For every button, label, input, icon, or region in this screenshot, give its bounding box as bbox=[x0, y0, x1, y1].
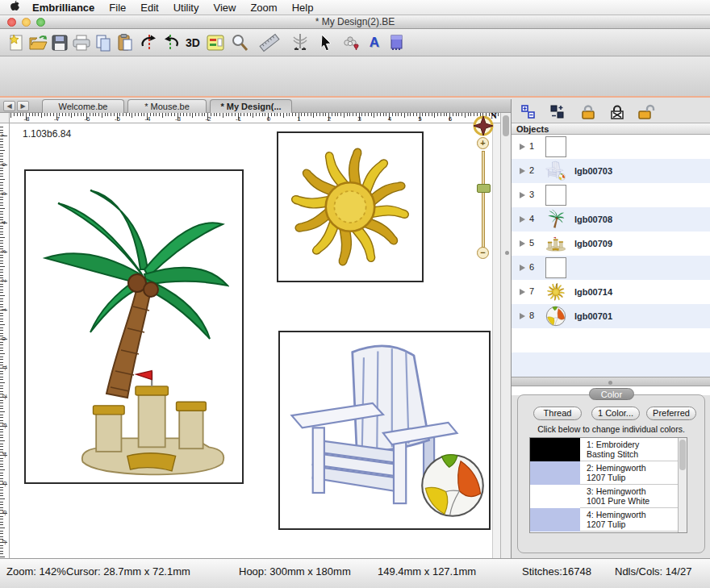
ruler-tick bbox=[0, 357, 3, 357]
menu-item-utility[interactable]: Utility bbox=[166, 2, 207, 14]
disclosure-triangle-icon[interactable] bbox=[520, 313, 525, 319]
disclosure-triangle-icon[interactable] bbox=[520, 144, 525, 150]
ruler-tick bbox=[0, 234, 3, 235]
zoom-in-button[interactable]: + bbox=[477, 137, 489, 149]
scrollbar-thumb[interactable] bbox=[503, 115, 509, 136]
object-row-4[interactable]: 4 lgb00708 bbox=[512, 207, 710, 231]
ruler-tick bbox=[186, 113, 187, 116]
group-objects-icon[interactable] bbox=[518, 102, 539, 122]
menu-bar: Embrilliance File Edit Utility View Zoom… bbox=[0, 0, 710, 15]
ruler-tick bbox=[0, 290, 3, 290]
preferred-button[interactable]: Preferred bbox=[646, 407, 696, 420]
disclosure-triangle-icon[interactable] bbox=[520, 192, 525, 198]
ruler-corner bbox=[0, 113, 10, 123]
zoom-slider-track[interactable] bbox=[482, 151, 485, 248]
object-row-5[interactable]: 5 lgb00709 bbox=[512, 231, 710, 256]
ruler-tick bbox=[365, 113, 365, 116]
zoom-out-button[interactable]: − bbox=[477, 247, 489, 259]
open-file-icon[interactable] bbox=[27, 32, 48, 53]
menu-item-file[interactable]: File bbox=[102, 2, 133, 14]
ruler-tick bbox=[250, 113, 251, 116]
design-palm-sandcastle[interactable] bbox=[24, 169, 244, 484]
design-canvas[interactable]: 1.103b6.84 bbox=[10, 123, 500, 558]
stitch-simulator-icon[interactable] bbox=[290, 32, 311, 53]
object-row-8[interactable]: 8 lgb00701 bbox=[512, 304, 710, 328]
tab-scroll-right-button[interactable]: ▶ bbox=[17, 101, 29, 111]
menu-item-zoom[interactable]: Zoom bbox=[243, 2, 284, 14]
object-number: 6 bbox=[529, 262, 534, 272]
ruler-label: -3 bbox=[175, 115, 181, 123]
color-row-3[interactable]: 3: Hemingworth1001 Pure White bbox=[530, 485, 678, 508]
ruler-tick bbox=[0, 533, 3, 534]
ungroup-objects-icon[interactable] bbox=[547, 102, 568, 122]
object-row-2[interactable]: 2 lgb00703 bbox=[512, 159, 710, 183]
compass-rose: N bbox=[471, 114, 495, 138]
ruler-tick bbox=[0, 263, 3, 264]
one-color-button[interactable]: 1 Color... bbox=[591, 407, 640, 420]
object-row-3[interactable]: 3 bbox=[512, 183, 710, 207]
object-row-6[interactable]: 6 bbox=[512, 256, 710, 280]
ruler-tick bbox=[304, 113, 305, 116]
lettering-icon[interactable]: A bbox=[364, 32, 385, 53]
design-chair-beachball[interactable] bbox=[278, 331, 491, 530]
menu-item-help[interactable]: Help bbox=[285, 2, 321, 14]
save-icon[interactable] bbox=[49, 32, 70, 53]
objects-color-splitter[interactable] bbox=[512, 377, 710, 386]
apple-menu[interactable] bbox=[0, 0, 25, 15]
application-window: Embrilliance File Edit Utility View Zoom… bbox=[0, 0, 710, 588]
paste-icon[interactable] bbox=[115, 32, 136, 53]
flip-horizontal-icon[interactable] bbox=[139, 32, 160, 53]
tab-my-design[interactable]: * My Design(... bbox=[210, 99, 292, 113]
new-document-icon[interactable] bbox=[6, 32, 27, 53]
ruler-tick bbox=[307, 113, 308, 116]
ruler-tick bbox=[0, 150, 5, 151]
magnifier-icon[interactable] bbox=[229, 32, 250, 53]
tab-welcome[interactable]: Welcome.be bbox=[42, 99, 124, 113]
color-panel-tab[interactable]: Color bbox=[589, 388, 634, 400]
tab-mouse[interactable]: * Mouse.be bbox=[127, 99, 207, 113]
scrollbar-thumb[interactable] bbox=[679, 440, 686, 470]
menu-item-view[interactable]: View bbox=[206, 2, 243, 14]
thread-button[interactable]: Thread bbox=[533, 407, 582, 420]
disclosure-triangle-icon[interactable] bbox=[520, 216, 525, 223]
ruler-label: -2 bbox=[1, 394, 8, 399]
panel-splitter-handle[interactable] bbox=[505, 251, 509, 255]
canvas-vertical-scrollbar[interactable] bbox=[500, 113, 511, 558]
color-row-4[interactable]: 4: Hemingworth1207 Tulip bbox=[530, 508, 678, 532]
ruler-tick bbox=[383, 113, 384, 116]
design-library-icon[interactable] bbox=[341, 32, 362, 53]
ruler-label: 4 bbox=[0, 221, 7, 224]
color-row-1[interactable]: 1: EmbroideryBasting Stitch bbox=[530, 438, 678, 461]
ruler-label: 1 bbox=[297, 115, 300, 123]
object-row-1[interactable]: 1 bbox=[512, 135, 710, 159]
ruler-tick bbox=[0, 553, 3, 554]
disclosure-triangle-icon[interactable] bbox=[520, 240, 525, 247]
disclosure-triangle-icon[interactable] bbox=[520, 168, 525, 174]
lock-delete-icon[interactable] bbox=[607, 102, 628, 122]
unlock-icon[interactable] bbox=[636, 102, 657, 122]
menu-item-edit[interactable]: Edit bbox=[133, 2, 165, 14]
ruler-tick bbox=[159, 113, 160, 116]
select-arrow-icon[interactable] bbox=[315, 32, 336, 53]
merge-design-icon[interactable] bbox=[386, 32, 407, 53]
3d-view-icon[interactable]: 3D bbox=[182, 32, 203, 53]
tab-scroll-left-button[interactable]: ◀ bbox=[3, 101, 15, 111]
lock-icon[interactable] bbox=[578, 102, 599, 122]
disclosure-triangle-icon[interactable] bbox=[520, 265, 525, 271]
measure-ruler-icon[interactable] bbox=[259, 32, 280, 53]
properties-icon[interactable] bbox=[205, 32, 226, 53]
copy-icon[interactable] bbox=[93, 32, 114, 53]
disclosure-triangle-icon[interactable] bbox=[520, 289, 525, 295]
print-icon[interactable] bbox=[71, 32, 92, 53]
empty-row bbox=[512, 328, 710, 352]
menu-item-app[interactable]: Embrilliance bbox=[25, 2, 102, 14]
color-list-scrollbar[interactable] bbox=[678, 438, 687, 532]
object-row-7[interactable]: 7 lgb00714 bbox=[512, 280, 710, 304]
design-sun[interactable] bbox=[277, 131, 424, 282]
empty-row bbox=[512, 352, 710, 377]
ruler-tick bbox=[95, 113, 96, 116]
flip-vertical-icon[interactable] bbox=[161, 32, 182, 53]
color-row-2[interactable]: 2: Hemingworth1207 Tulip bbox=[530, 461, 678, 485]
zoom-slider-handle[interactable] bbox=[477, 184, 491, 193]
ruler-tick bbox=[353, 113, 353, 116]
